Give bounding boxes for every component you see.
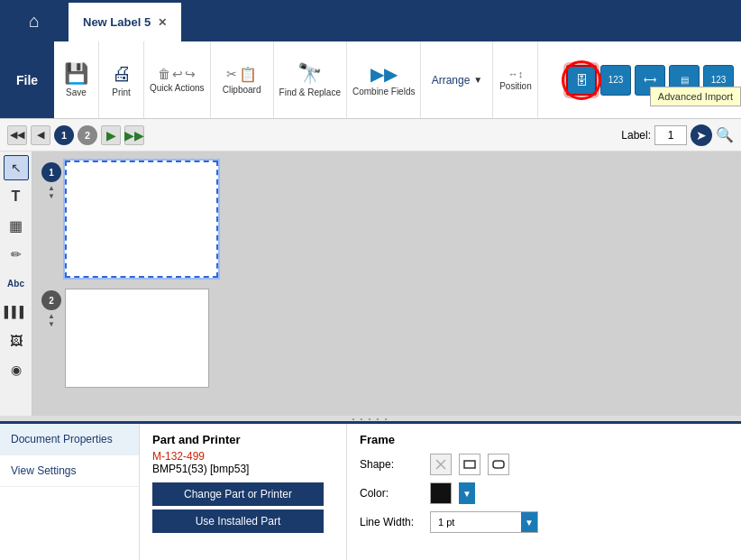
part-model: M-132-499 [152,450,334,463]
go-icon: ➤ [696,128,707,142]
label-item-2: 2 ▲▼ [41,289,732,388]
label-nav-group: Label: ➤ [621,124,712,146]
combine-fields-group[interactable]: ▶▶ Combine Fields [347,41,421,118]
advanced-import-button[interactable]: 🗄 [566,65,597,96]
find-replace-label: Find & Replace [279,87,341,97]
quick-action-icon1: 🗑 [158,67,170,81]
select-tool[interactable]: ↖ [4,155,29,180]
combine-icon: ▶▶ [370,63,398,85]
shape-icon: ◉ [11,363,22,377]
left-toolbar: ↖ T ▦ ✏ Abc ▌▌▌ 🖼 ◉ [0,151,32,416]
frame-title: Frame [360,433,728,446]
arrange-arrow-icon: ▼ [473,75,482,85]
cut-icon: ✂ [226,67,237,81]
main-area: ↖ T ▦ ✏ Abc ▌▌▌ 🖼 ◉ 1 [0,151,741,416]
barcode2-tool[interactable]: ▌▌▌ [4,299,29,325]
save-group[interactable]: 💾 Save [54,41,99,118]
quick-actions-group[interactable]: 🗑 ↩ ↪ Quick Actions [144,41,211,118]
line-width-select[interactable]: 1 pt ▼ [430,511,538,533]
serial-icon: ⟷ [644,75,656,85]
shape-row: Shape: [360,454,728,475]
label-1-col: 1 ▲▼ [41,161,61,200]
advanced-import-tooltip: Advanced Import [650,87,741,106]
file-button[interactable]: File [0,41,54,118]
icon-btn-2[interactable]: 123 [600,65,631,96]
select-icon: ↖ [11,161,22,175]
tab-label: New Label 5 [83,15,151,29]
position-label: Position [499,81,532,91]
barcode-icon: ▦ [9,217,23,234]
part-section-title: Part and Printer [152,433,334,446]
color-label: Color: [360,487,423,500]
frame-section: Frame Shape: Color: ▼ Line Width: 1 pt ▼ [347,424,741,560]
color-dropdown-button[interactable]: ▼ [459,482,475,504]
prev-page-button[interactable]: ◀ [31,125,50,145]
barcode-tool[interactable]: ▦ [4,213,29,238]
zoom-out-button[interactable]: 🔍 [716,126,734,143]
tab-close-icon[interactable]: ✕ [158,16,167,29]
svg-rect-3 [493,461,504,468]
counter-icon: 123 [711,75,727,85]
label-1-badge: 1 [41,162,61,182]
shape-none-button[interactable] [430,454,452,475]
clipboard-group[interactable]: ✂ 📋 Clipboard [211,41,274,118]
ribbon-right: 🗄 123 ⟷ ▤ 123 Advanced Import [559,41,741,118]
change-part-button[interactable]: Change Part or Printer [152,482,324,506]
part-printer-section: Part and Printer M-132-499 BMP51(53) [bm… [140,424,347,560]
print-group[interactable]: 🖨 Print [99,41,144,118]
shape-tool[interactable]: ◉ [4,357,29,382]
draw-tool[interactable]: ✏ [4,242,29,267]
last-page-button[interactable]: ▶▶ [124,125,144,145]
label-go-button[interactable]: ➤ [691,124,712,146]
clipboard-label: Clipboard [223,85,261,95]
quick-actions-label: Quick Actions [150,83,205,93]
image-tool[interactable]: 🖼 [4,328,29,353]
line-width-dropdown-button[interactable]: ▼ [521,512,537,532]
color-swatch[interactable] [430,482,452,504]
resize-dots: • • • • • [352,415,389,423]
template-icon: ▤ [681,75,689,85]
find-icon: 🔭 [297,62,322,86]
document-tab[interactable]: New Label 5 ✕ [69,0,181,41]
next-page-button[interactable]: ▶ [101,125,121,145]
canvas-area[interactable]: 1 ▲▼ 2 ▲▼ [32,151,741,416]
position-group[interactable]: ↔↕ Position [493,41,538,118]
numbers-icon: 123 [608,75,624,85]
shape-rect-button[interactable] [459,454,480,475]
image-icon: 🖼 [10,334,23,348]
doc-properties-item[interactable]: Document Properties [0,424,139,455]
page-1-indicator[interactable]: 1 [54,125,74,145]
first-page-button[interactable]: ◀◀ [7,125,27,145]
part-printer: BMP51(53) [bmp53] [152,463,334,475]
view-settings-item[interactable]: View Settings [0,455,139,487]
shape-rounded-button[interactable] [488,454,509,475]
position-icon: ↔↕ [508,69,524,79]
use-installed-part-button[interactable]: Use Installed Part [152,510,324,533]
arrange-group[interactable]: Arrange ▼ [421,41,493,118]
label-1-canvas[interactable] [65,161,218,278]
quick-action-icon2: ↩ [172,67,183,81]
find-replace-group[interactable]: 🔭 Find & Replace [274,41,347,118]
clipboard-icon: 📋 [239,66,257,83]
bottom-left-nav: Document Properties View Settings [0,424,140,560]
label-2-col: 2 ▲▼ [41,289,61,328]
bottom-panel: Document Properties View Settings Part a… [0,421,741,560]
label-2-arrows: ▲▼ [48,312,55,328]
text-tool[interactable]: T [4,184,29,209]
combine-label: Combine Fields [352,87,415,96]
home-button[interactable]: ⌂ [0,0,69,41]
label-text: Label: [621,129,651,142]
text-icon: T [12,188,21,205]
title-bar: ⌂ New Label 5 ✕ [0,0,741,41]
page-2-indicator[interactable]: 2 [78,125,97,145]
database-icon: 🗄 [575,73,588,87]
print-icon: 🖨 [112,62,132,86]
svg-rect-2 [464,461,475,468]
label-item-1: 1 ▲▼ [41,161,732,278]
label-number-input[interactable] [654,125,687,145]
arrange-label: Arrange [432,74,471,87]
ribbon: File 💾 Save 🖨 Print 🗑 ↩ ↪ Quick Actions … [0,41,741,119]
color-row: Color: ▼ [360,482,728,504]
label-2-canvas[interactable] [65,289,209,388]
abc-tool[interactable]: Abc [4,271,29,296]
